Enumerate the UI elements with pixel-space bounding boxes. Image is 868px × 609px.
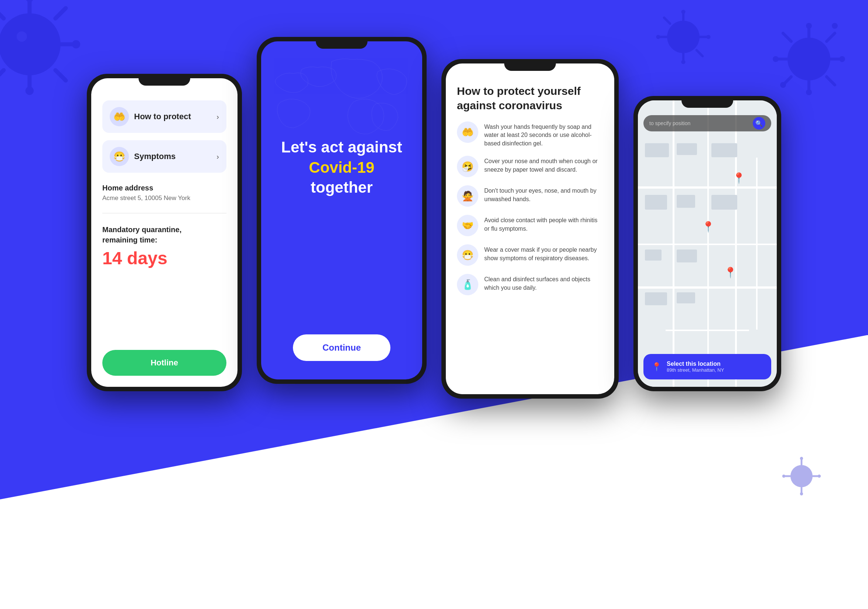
address-text: Acme street 5, 10005 New York (102, 195, 226, 202)
protect-text-2: Cover your nose and mouth when cough or … (484, 156, 603, 174)
splash-line2: Covid-19 together (276, 158, 408, 198)
phone-protect: How to protect yourself against coronavi… (442, 59, 619, 399)
hotline-button[interactable]: Hotline (102, 350, 226, 376)
svg-point-13 (17, 31, 27, 42)
svg-line-8 (0, 70, 4, 80)
splash-rest: together (311, 179, 373, 196)
svg-line-32 (827, 33, 835, 41)
svg-line-31 (827, 77, 835, 85)
svg-point-9 (25, 0, 34, 2)
location-text: Select this location 89th street, Manhat… (667, 360, 763, 373)
splash-line1: Let's act against (276, 137, 408, 158)
map-search-text: to specify position (649, 120, 749, 126)
location-icon: 📍 (651, 362, 662, 372)
map-content: to specify position 🔍 📍 📍 📍 📍 Select thi… (638, 100, 777, 387)
protect-text-6: Clean and disinfect surfaces and objects… (484, 274, 603, 292)
protect-text-5: Wear a cover mask if you or people nearb… (484, 244, 603, 263)
protect-icon-2: 🤧 (457, 156, 478, 177)
phone-screen-2: Let's act against Covid-19 together Cont… (261, 41, 422, 379)
quarantine-days: 14 days (102, 248, 226, 268)
svg-point-38 (832, 23, 838, 29)
phone-screen-3: How to protect yourself against coronavi… (446, 63, 614, 394)
protect-title: How to protect yourself against coronavi… (457, 84, 603, 113)
phone-splash-content: Let's act against Covid-19 together Cont… (261, 41, 422, 379)
select-location-bar[interactable]: 📍 Select this location 89th street, Manh… (643, 354, 771, 379)
symptoms-arrow: › (217, 152, 219, 161)
menu-card-how-to-protect[interactable]: 🤲 How to protect › (102, 100, 226, 133)
location-sub: 89th street, Manhattan, NY (667, 367, 763, 373)
protect-icon-1: 🤲 (457, 121, 478, 143)
splash-text: Let's act against Covid-19 together (276, 137, 408, 198)
phone-protect-content: How to protect yourself against coronavi… (446, 63, 614, 394)
svg-line-7 (56, 8, 66, 19)
how-to-protect-icon: 🤲 (110, 107, 129, 126)
protect-item-3: 🙅 Don't touch your eyes, nose, and mouth… (457, 185, 603, 207)
protect-item-6: 🧴 Clean and disinfect surfaces and objec… (457, 274, 603, 295)
phone-screen-1: 🤲 How to protect › 😷 Symptoms › Home add… (91, 78, 237, 387)
protect-text-4: Avoid close contact with people with rhi… (484, 215, 603, 233)
location-title: Select this location (667, 360, 763, 367)
phone-splash: Let's act against Covid-19 together Cont… (257, 37, 426, 384)
protect-icon-3: 🙅 (457, 185, 478, 207)
map-pin-1[interactable]: 📍 (702, 221, 715, 233)
protect-text-1: Wash your hands frequently by soap and w… (484, 121, 603, 148)
svg-point-37 (839, 56, 845, 62)
fake-map (638, 100, 777, 387)
symptoms-icon: 😷 (110, 147, 129, 166)
phone-notch-1 (138, 74, 190, 86)
phone-home-content: 🤲 How to protect › 😷 Symptoms › Home add… (91, 78, 237, 387)
how-to-protect-arrow: › (217, 113, 219, 121)
how-to-protect-label: How to protect (134, 112, 191, 121)
protect-icon-6: 🧴 (457, 274, 478, 295)
svg-point-10 (25, 87, 34, 95)
address-title: Home address (102, 184, 226, 192)
svg-point-21 (681, 9, 685, 14)
phones-container: 🤲 How to protect › 😷 Symptoms › Home add… (46, 37, 822, 572)
splash-highlight: Covid-19 (309, 159, 374, 176)
map-pin-2[interactable]: 📍 (724, 266, 737, 279)
map-search-button[interactable]: 🔍 (753, 117, 765, 130)
divider (102, 213, 226, 213)
phone-notch-2 (316, 37, 367, 49)
menu-card-symptoms[interactable]: 😷 Symptoms › (102, 140, 226, 173)
protect-item-4: 🤝 Avoid close contact with people with r… (457, 215, 603, 236)
svg-point-34 (806, 23, 812, 29)
symptoms-label: Symptoms (134, 152, 175, 161)
svg-line-5 (0, 8, 4, 19)
svg-line-19 (664, 18, 670, 24)
map-search-bar[interactable]: to specify position 🔍 (643, 115, 771, 131)
quarantine-title: Mandatory quarantine,remaining time: (102, 224, 226, 245)
map-pin-3[interactable]: 📍 (732, 172, 746, 184)
continue-button[interactable]: Continue (293, 334, 391, 361)
protect-text-3: Don't touch your eyes, nose, and mouth b… (484, 185, 603, 203)
protect-item-1: 🤲 Wash your hands frequently by soap and… (457, 121, 603, 148)
phone-screen-4: to specify position 🔍 📍 📍 📍 📍 Select thi… (638, 100, 777, 387)
protect-icon-5: 😷 (457, 244, 478, 266)
protect-item-2: 🤧 Cover your nose and mouth when cough o… (457, 156, 603, 177)
phone-notch-3 (504, 59, 556, 71)
phone-notch-4 (682, 96, 733, 108)
quarantine-section: Mandatory quarantine,remaining time: 14 … (102, 221, 226, 272)
address-section: Home address Acme street 5, 10005 New Yo… (102, 180, 226, 206)
phone-home: 🤲 How to protect › 😷 Symptoms › Home add… (87, 74, 242, 391)
protect-item-5: 😷 Wear a cover mask if you or people nea… (457, 244, 603, 266)
phone-map: to specify position 🔍 📍 📍 📍 📍 Select thi… (634, 96, 781, 391)
protect-icon-4: 🤝 (457, 215, 478, 236)
